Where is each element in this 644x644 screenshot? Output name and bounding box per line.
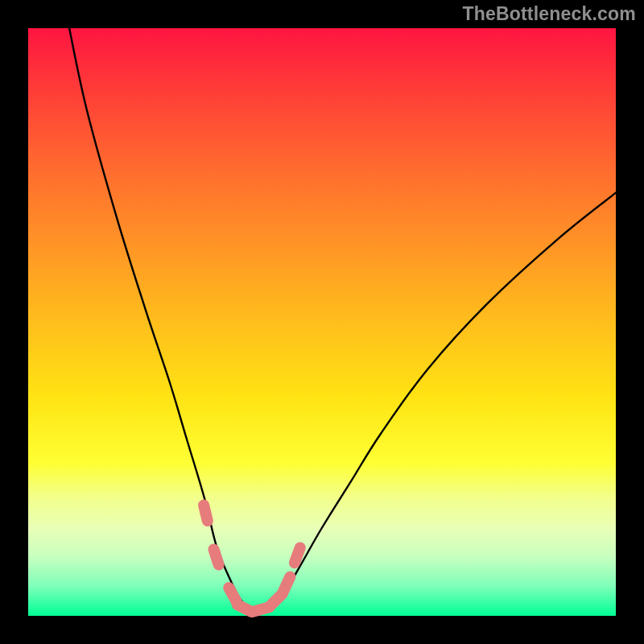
highlight-nub bbox=[204, 506, 208, 522]
highlight-nub bbox=[295, 547, 300, 563]
highlight-nubs-group bbox=[204, 506, 300, 613]
plot-area bbox=[28, 28, 616, 616]
highlight-nub bbox=[214, 550, 219, 565]
highlight-nub bbox=[283, 577, 290, 592]
chart-frame: TheBottleneck.com bbox=[0, 0, 644, 644]
bottleneck-curve-svg bbox=[28, 28, 616, 616]
bottleneck-curve-path bbox=[69, 28, 616, 612]
watermark-text: TheBottleneck.com bbox=[462, 3, 636, 25]
